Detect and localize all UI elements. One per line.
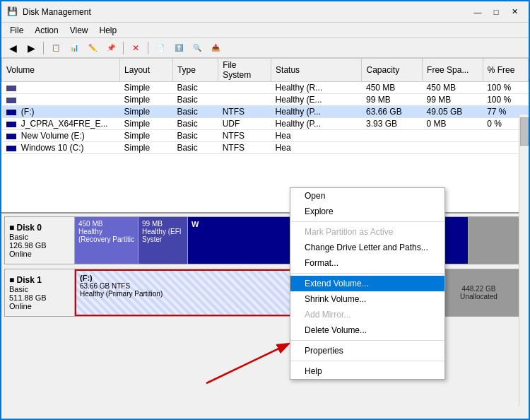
cell-volume: [2, 82, 120, 94]
toolbar-btn4[interactable]: 📌: [102, 40, 119, 56]
menu-view[interactable]: View: [64, 24, 94, 37]
ctx-mark-active[interactable]: Mark Partition as Active: [290, 224, 444, 240]
cell-capacity: 99 MB: [362, 94, 423, 106]
table-row[interactable]: (F:) Simple Basic NTFS Healthy (P... 63.…: [2, 106, 529, 118]
ctx-explore[interactable]: Explore: [290, 204, 444, 219]
cell-layout: Simple: [120, 82, 173, 94]
ctx-help[interactable]: Help: [290, 363, 444, 379]
col-header-layout[interactable]: Layout: [120, 59, 173, 82]
table-row[interactable]: New Volume (E:) Simple Basic NTFS Hea: [2, 130, 529, 142]
menu-action[interactable]: Action: [29, 24, 64, 37]
cell-type: Basic: [172, 142, 218, 154]
cell-type: Basic: [172, 118, 218, 130]
cell-layout: Simple: [120, 94, 173, 106]
cell-status: Hea: [271, 130, 362, 142]
toolbar-btn7[interactable]: ⬆️: [170, 40, 187, 56]
ctx-delete-volume[interactable]: Delete Volume...: [290, 322, 444, 338]
unalloc2-size: 448.22 GB: [462, 285, 496, 293]
cell-capacity: 450 MB: [362, 82, 423, 94]
col-header-type[interactable]: Type: [172, 59, 218, 82]
recovery-status: Healthy (Recovery Partitic: [78, 228, 134, 243]
toolbar-btn2[interactable]: 📊: [66, 40, 83, 56]
window-controls: — □ ✕: [469, 5, 523, 19]
cell-volume: Windows 10 (C:): [2, 142, 120, 154]
toolbar-btn3[interactable]: ✏️: [84, 40, 101, 56]
cell-type: Basic: [172, 82, 218, 94]
cell-status: Hea: [271, 142, 362, 154]
table-row[interactable]: J_CPRA_X64FRE_E... Simple Basic UDF Heal…: [2, 118, 529, 130]
menu-bar: File Action View Help: [1, 23, 529, 38]
main-area: Volume Layout Type File System Status Ca…: [1, 58, 529, 420]
cell-free: 0 MB: [423, 118, 483, 130]
partition-unalloc1: 448.22 GB Unallocated: [433, 269, 525, 316]
ctx-change-letter[interactable]: Change Drive Letter and Paths...: [290, 240, 444, 255]
cell-volume: J_CPRA_X64FRE_E...: [2, 118, 120, 130]
cell-free: [423, 142, 483, 154]
cell-status: Healthy (E...: [271, 94, 362, 106]
cell-free: 450 MB: [423, 82, 483, 94]
close-button[interactable]: ✕: [506, 5, 523, 19]
toolbar: ◀ ▶ 📋 📊 ✏️ 📌 ✕ 📄 ⬆️ 🔍 📥: [1, 38, 529, 58]
menu-help[interactable]: Help: [94, 24, 123, 37]
col-header-capacity[interactable]: Capacity: [362, 59, 423, 82]
toolbar-back[interactable]: ◀: [4, 40, 21, 56]
disk0-name: ■ Disk 0: [9, 223, 70, 233]
col-header-freespace[interactable]: Free Spa...: [423, 59, 483, 82]
disk1-label: ■ Disk 1 Basic 511.88 GB Online: [4, 269, 75, 317]
disk-graph-area: ■ Disk 0 Basic 126.98 GB Online 450 MB H…: [1, 214, 529, 420]
table-row[interactable]: Simple Basic Healthy (E... 99 MB 99 MB 1…: [2, 94, 529, 106]
ctx-sep-3: [290, 340, 444, 341]
context-menu: Open Explore Mark Partition as Active Ch…: [290, 187, 445, 380]
partition-recovery[interactable]: 450 MB Healthy (Recovery Partitic: [75, 217, 139, 264]
toolbar-btn1[interactable]: 📋: [47, 40, 64, 56]
scrollbar-thumb[interactable]: [520, 117, 529, 146]
cell-status: Healthy (R...: [271, 82, 362, 94]
toolbar-btn9[interactable]: 📥: [207, 40, 224, 56]
toolbar-sep-1: [43, 42, 44, 54]
toolbar-btn5[interactable]: ✕: [127, 40, 144, 56]
window-frame: 💾 Disk Management — □ ✕ File Action View…: [0, 0, 530, 420]
ctx-open[interactable]: Open: [290, 188, 444, 204]
ctx-sep-4: [290, 361, 444, 361]
toolbar-btn6[interactable]: 📄: [152, 40, 169, 56]
app-icon: 💾: [7, 6, 18, 18]
maximize-button[interactable]: □: [488, 5, 505, 19]
minimize-button[interactable]: —: [469, 5, 486, 19]
toolbar-btn8[interactable]: 🔍: [189, 40, 206, 56]
partition-unalloc0: [469, 217, 525, 264]
table-area: Volume Layout Type File System Status Ca…: [1, 58, 529, 214]
unalloc2-label: Unallocated: [460, 293, 497, 301]
cell-layout: Simple: [120, 130, 173, 142]
ctx-extend-volume[interactable]: Extend Volume...: [290, 276, 444, 291]
cell-capacity: [362, 142, 423, 154]
ctx-sep-2: [290, 273, 444, 274]
partition-efi[interactable]: 99 MB Healthy (EFI Syster: [139, 217, 188, 264]
vertical-scrollbar[interactable]: [519, 115, 529, 406]
ctx-format[interactable]: Format...: [290, 255, 444, 271]
ctx-shrink-volume[interactable]: Shrink Volume...: [290, 291, 444, 307]
toolbar-sep-3: [148, 42, 148, 54]
ctx-add-mirror[interactable]: Add Mirror...: [290, 307, 444, 322]
disk1-row: ■ Disk 1 Basic 511.88 GB Online (F:) 63.…: [4, 269, 526, 317]
efi-status: Healthy (EFI Syster: [142, 228, 184, 243]
ctx-properties[interactable]: Properties: [290, 343, 444, 358]
disk1-type: Basic: [9, 285, 70, 293]
cell-fs: [218, 82, 271, 94]
cell-fs: NTFS: [218, 130, 271, 142]
col-header-fs[interactable]: File System: [218, 59, 271, 82]
cell-status: Healthy (P...: [271, 106, 362, 118]
col-header-volume[interactable]: Volume: [2, 59, 120, 82]
cell-type: Basic: [172, 94, 218, 106]
table-row[interactable]: Simple Basic Healthy (R... 450 MB 450 MB…: [2, 82, 529, 94]
table-row[interactable]: Windows 10 (C:) Simple Basic NTFS Hea: [2, 142, 529, 154]
disk1-size: 511.88 GB: [9, 293, 70, 302]
menu-file[interactable]: File: [4, 24, 29, 37]
disk0-label: ■ Disk 0 Basic 126.98 GB Online: [4, 216, 75, 264]
col-header-pctfree[interactable]: % Free: [483, 59, 528, 82]
cell-status: Healthy (P...: [271, 118, 362, 130]
col-header-status[interactable]: Status: [271, 59, 362, 82]
cell-pct: 100 %: [483, 82, 528, 94]
toolbar-forward[interactable]: ▶: [23, 40, 40, 56]
disk0-type: Basic: [9, 233, 70, 241]
efi-size: 99 MB: [142, 220, 184, 228]
